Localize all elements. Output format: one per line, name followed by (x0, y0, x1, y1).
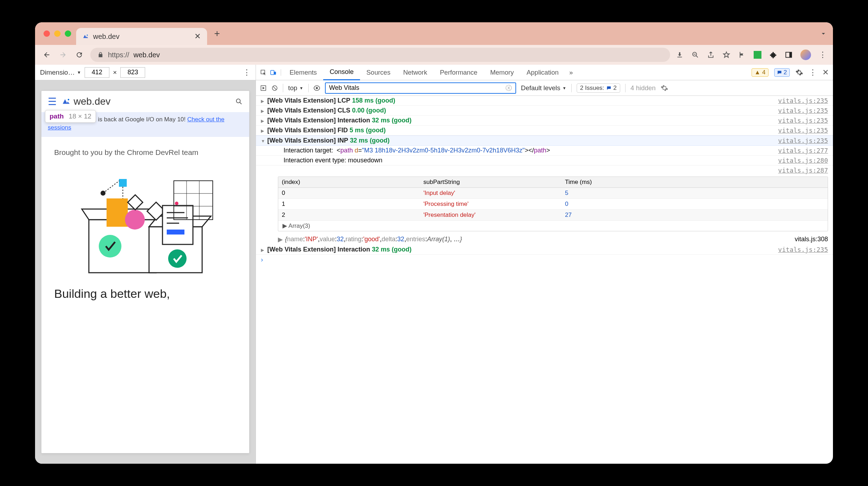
site-logo[interactable]: web.dev (62, 96, 110, 107)
svg-point-35 (316, 87, 318, 89)
log-row[interactable]: [Web Vitals Extension] LCP 158 ms (good)… (256, 96, 833, 106)
svg-rect-3 (789, 52, 792, 58)
minimize-window-icon[interactable] (54, 30, 61, 37)
source-link[interactable]: vitals.js:235 (778, 127, 828, 134)
log-row[interactable]: [Web Vitals Extension] FID 5 ms (good)vi… (256, 126, 833, 135)
gear-icon[interactable] (795, 69, 803, 76)
new-tab-button[interactable]: + (214, 28, 220, 39)
table-row: 1'Processing time'0 (278, 199, 828, 210)
hero-heading: Building a better web, (54, 287, 236, 301)
address-bar[interactable]: https://web.dev (90, 48, 670, 62)
source-link[interactable]: vitals.js:235 (778, 107, 828, 114)
tab-performance[interactable]: Performance (434, 65, 484, 80)
logo-icon (62, 97, 71, 106)
lock-icon (97, 52, 104, 58)
tab-console[interactable]: Console (323, 65, 360, 80)
svg-point-4 (68, 99, 69, 100)
browser-tab[interactable]: web.dev ✕ (76, 28, 207, 45)
array-toggle[interactable]: ▶ Array(3) (278, 221, 828, 231)
extension-icon[interactable] (754, 51, 761, 59)
source-link[interactable]: vitals.js:235 (778, 97, 828, 104)
share-icon[interactable] (707, 51, 715, 59)
source-link[interactable]: vitals.js:235 (778, 246, 828, 253)
log-row[interactable]: [Web Vitals Extension] CLS 0.00 (good)vi… (256, 106, 833, 116)
back-button[interactable] (41, 50, 52, 60)
log-levels-select[interactable]: Default levels ▼ (521, 84, 566, 92)
dropdown-icon: ▼ (77, 70, 81, 75)
live-expression-icon[interactable] (314, 85, 320, 91)
reload-button[interactable] (74, 50, 85, 60)
svg-rect-31 (274, 71, 276, 74)
log-row[interactable]: [Web Vitals Extension] Interaction 32 ms… (256, 245, 833, 255)
table-header: Time (ms) (561, 177, 828, 187)
context-select[interactable]: top ▼ (288, 84, 303, 92)
source-link[interactable]: vitals.js:287 (778, 167, 828, 174)
tabs-overflow-icon[interactable]: » (569, 69, 573, 76)
clear-filter-icon[interactable]: ⓧ (506, 84, 512, 92)
extensions-icon[interactable] (769, 51, 777, 59)
tab-network[interactable]: Network (397, 65, 434, 80)
tab-elements[interactable]: Elements (283, 65, 323, 80)
profile-avatar[interactable] (800, 50, 811, 60)
tab-application[interactable]: Application (520, 65, 565, 80)
play-icon[interactable] (260, 85, 267, 91)
source-link[interactable]: vitals.js:235 (778, 117, 828, 124)
source-link[interactable]: vitals.js:308 (795, 236, 828, 243)
hamburger-icon[interactable]: ☰ (48, 96, 57, 108)
source-link[interactable]: vitals.js:235 (778, 137, 828, 144)
close-window-icon[interactable] (44, 30, 50, 37)
star-icon[interactable] (723, 51, 730, 59)
devtools-close-icon[interactable]: ✕ (822, 68, 829, 77)
search-icon[interactable] (235, 98, 243, 105)
dimensions-bar: Dimensio… ▼ × ⋮ (35, 65, 256, 80)
source-link[interactable]: vitals.js:280 (778, 157, 828, 164)
url-scheme: https:// (108, 51, 129, 59)
filter-input[interactable] (329, 84, 506, 92)
site-header: ☰ web.dev (41, 91, 249, 112)
source-link[interactable]: vitals.js:277 (778, 147, 828, 154)
warnings-badge[interactable]: ▲ 4 (752, 68, 768, 77)
tabs-overflow-icon[interactable] (820, 30, 827, 37)
log-object[interactable]: ▶{name: 'INP', value: 32, rating: 'good'… (256, 234, 833, 245)
log-row[interactable]: [Web Vitals Extension] INP 32 ms (good)v… (256, 135, 833, 146)
clear-console-icon[interactable] (272, 85, 278, 91)
device-preview-panel: Dimensio… ▼ × ⋮ ☰ web.dev (35, 65, 256, 464)
hero-illustration (71, 167, 220, 280)
zoom-icon[interactable] (691, 51, 699, 59)
sidepanel-icon[interactable] (785, 51, 793, 59)
flag-icon[interactable] (738, 51, 746, 59)
table-row: 0'Input delay'5 (278, 188, 828, 199)
device-toggle-icon[interactable] (270, 69, 276, 76)
svg-line-34 (273, 86, 276, 89)
issues-button[interactable]: 2 Issues: 2 (577, 83, 621, 93)
toolbar-actions: ⋮ (676, 50, 827, 60)
console-output[interactable]: [Web Vitals Extension] LCP 158 ms (good)… (256, 96, 833, 464)
tab-sources[interactable]: Sources (360, 65, 397, 80)
tab-close-icon[interactable]: ✕ (194, 32, 201, 41)
width-input[interactable] (85, 67, 109, 78)
download-icon[interactable] (676, 51, 684, 59)
titlebar: web.dev ✕ + (35, 22, 833, 45)
messages-badge[interactable]: 2 (774, 68, 790, 77)
tooltip-tag: path (50, 112, 64, 120)
device-menu-icon[interactable]: ⋮ (243, 68, 251, 77)
table-header: (index) (278, 177, 420, 187)
svg-line-27 (103, 181, 119, 193)
forward-button[interactable] (58, 50, 68, 60)
devtools-menu-icon[interactable]: ⋮ (809, 68, 817, 77)
device-select[interactable]: Dimensio… ▼ (40, 69, 81, 76)
svg-point-15 (175, 202, 178, 205)
browser-menu-icon[interactable]: ⋮ (819, 50, 827, 59)
console-prompt[interactable]: › (256, 255, 833, 265)
inspect-icon[interactable] (260, 69, 267, 76)
svg-rect-16 (162, 206, 193, 244)
toolbar: https://web.dev ⋮ (35, 45, 833, 65)
log-row[interactable]: [Web Vitals Extension] Interaction 32 ms… (256, 116, 833, 126)
log-detail: vitals.js:287 (256, 166, 833, 175)
height-input[interactable] (120, 67, 145, 78)
console-filter[interactable]: ⓧ (325, 82, 516, 94)
tab-memory[interactable]: Memory (484, 65, 520, 80)
console-settings-icon[interactable] (661, 84, 668, 92)
table-header: subPartString (420, 177, 561, 187)
maximize-window-icon[interactable] (65, 30, 71, 37)
